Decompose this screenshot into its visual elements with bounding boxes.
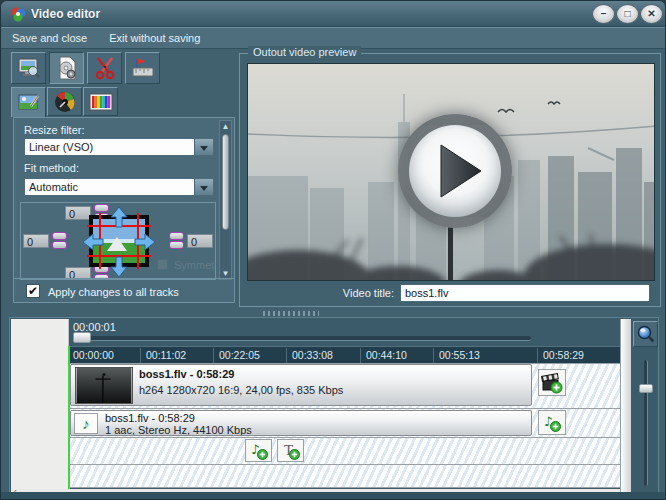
flag-marker-icon <box>130 55 156 81</box>
minimize-button[interactable]: – <box>592 4 615 24</box>
crop-left-input[interactable]: 0 <box>23 234 49 248</box>
seek-slider[interactable] <box>73 336 531 341</box>
apply-all-label: Apply changes to all tracks <box>48 286 179 298</box>
video-title-row: Video title: <box>242 282 660 304</box>
ruler-tick-line <box>433 348 434 363</box>
video-clip-title: boss1.flv - 0:58:29 <box>139 368 234 380</box>
crop-right-input[interactable]: 0 <box>187 234 213 248</box>
video-title-label: Video title: <box>242 287 400 299</box>
zoom-tool-button[interactable] <box>633 321 658 347</box>
clapperboard-add-icon <box>541 372 563 394</box>
ruler-tick-label: 00:55:13 <box>439 349 480 361</box>
scroll-up-icon[interactable]: ▲ <box>221 122 230 131</box>
ruler-tick-line <box>360 348 361 363</box>
preview-group-title: Outout video preview <box>248 46 361 58</box>
window-title: Video editor <box>31 7 100 21</box>
timeline-ruler[interactable]: 00:00:0000:11:0200:22:0500:33:0800:44:10… <box>69 346 620 363</box>
video-clip[interactable]: boss1.flv - 0:58:29 h264 1280x720 16:9, … <box>70 364 532 406</box>
video-clip-details: h264 1280x720 16:9, 24,00 fps, 835 Kbps <box>139 384 343 396</box>
zoom-slider-thumb[interactable] <box>639 384 653 393</box>
marker-tool-button[interactable] <box>125 52 160 84</box>
text-add-icon: T <box>281 441 301 461</box>
titlebar: Video editor – □ ✕ <box>1 1 665 27</box>
preview-tool-button[interactable] <box>11 52 46 84</box>
scroll-down-icon[interactable]: ▼ <box>221 269 230 278</box>
gauge-icon <box>53 90 77 114</box>
menu-exit-without-saving[interactable]: Exit without saving <box>98 29 211 47</box>
ruler-tick-line <box>537 348 538 363</box>
timeline-tools <box>631 318 659 495</box>
crop-top-input[interactable]: 0 <box>65 206 91 220</box>
crop-groupbox: 0 0 0 0 <box>20 202 216 280</box>
ruler-tick-label: 00:44:10 <box>366 349 407 361</box>
ruler-tick-label: 00:58:29 <box>543 349 584 361</box>
seek-slider-thumb[interactable] <box>73 332 91 343</box>
monitor-preview-icon <box>16 55 42 81</box>
add-text-track-button[interactable]: T <box>277 439 304 462</box>
file-settings-tool-button[interactable] <box>49 52 84 84</box>
crop-left-stepper[interactable] <box>52 232 67 249</box>
fit-method-value: Automatic <box>25 179 194 195</box>
scissors-icon <box>92 55 118 81</box>
symmetric-label: Symmetric <box>174 259 216 271</box>
resize-filter-label: Resize filter: <box>24 124 85 136</box>
scrollbar-thumb[interactable] <box>222 134 229 230</box>
ruler-tick-label: 00:33:08 <box>292 349 333 361</box>
play-triangle-icon <box>409 125 501 217</box>
ruler-tick-line <box>286 348 287 363</box>
tab-resize-crop[interactable] <box>11 87 46 118</box>
close-button[interactable]: ✕ <box>640 4 663 24</box>
crop-right-stepper[interactable] <box>169 232 184 249</box>
audio-clip-details: 1 aac, Stereo Hz, 44100 Kbps <box>105 424 252 436</box>
output-preview-group: Outout video preview <box>239 53 661 307</box>
apply-row: ✔ Apply changes to all tracks <box>14 278 234 302</box>
video-title-input[interactable] <box>400 284 650 302</box>
resize-filter-value: Linear (VSO) <box>25 139 194 155</box>
toolbar <box>1 49 237 87</box>
video-preview[interactable] <box>247 63 655 281</box>
fit-method-label: Fit method: <box>24 162 79 174</box>
tab-adjust[interactable] <box>47 87 82 116</box>
track-rows: boss1.flv - 0:58:29 h264 1280x720 16:9, … <box>11 363 620 489</box>
add-audio-track-button[interactable]: ♪ <box>245 439 272 462</box>
ruler-tick-label: 00:11:02 <box>146 349 186 361</box>
cut-tool-button[interactable] <box>87 52 122 84</box>
video-thumbnail <box>75 367 133 404</box>
fit-method-dropdown[interactable]: Automatic <box>24 178 214 196</box>
ruler-tick-label: 00:22:05 <box>219 349 260 361</box>
magnifier-icon <box>636 324 656 344</box>
chevron-down-icon[interactable] <box>194 179 213 195</box>
apply-all-checkbox[interactable]: ✔ <box>26 284 40 298</box>
crop-preview[interactable] <box>89 215 149 267</box>
add-audio-clip-button[interactable]: ♪ <box>538 410 566 435</box>
image-edit-icon <box>17 92 41 114</box>
play-button[interactable] <box>398 114 512 228</box>
note-add-icon: ♪ <box>249 441 269 461</box>
video-editor-window: Video editor – □ ✕ Save and close Exit w… <box>0 0 666 500</box>
file-disc-icon <box>54 55 80 81</box>
symmetric-checkbox[interactable] <box>157 259 168 270</box>
ruler-tick-label: 00:00:00 <box>73 349 114 361</box>
tracks-vscrollbar[interactable] <box>620 319 631 495</box>
timeline-panel: 00:00:01 00:00:0000:11:0200:22:0500:33:0… <box>9 317 659 494</box>
audio-clip[interactable]: ♪ boss1.flv - 0:58:29 1 aac, Stereo Hz, … <box>70 410 532 436</box>
playhead-line[interactable] <box>68 346 70 489</box>
window-bottom-edge <box>1 492 665 499</box>
audio-clip-title: boss1.flv - 0:58:29 <box>105 412 195 424</box>
chevron-down-icon[interactable] <box>194 139 213 155</box>
ruler-tick-line <box>140 348 141 363</box>
settings-scrollbar[interactable]: ▲ ▼ <box>219 120 232 280</box>
resize-settings-panel: Resize filter: Linear (VSO) Fit method: … <box>13 117 235 303</box>
timeline-zoom-slider[interactable] <box>644 360 648 486</box>
menu-save-and-close[interactable]: Save and close <box>1 29 98 47</box>
note-add-icon: ♪ <box>542 413 562 433</box>
splitter-grip[interactable] <box>263 311 319 316</box>
add-video-clip-button[interactable] <box>538 369 566 396</box>
ruler-tick-line <box>213 348 214 363</box>
color-bars-icon <box>89 92 113 112</box>
tab-colors[interactable] <box>83 87 118 116</box>
app-icon <box>10 6 26 22</box>
resize-filter-dropdown[interactable]: Linear (VSO) <box>24 138 214 156</box>
add-track-row <box>69 437 620 464</box>
maximize-button[interactable]: □ <box>616 4 639 24</box>
